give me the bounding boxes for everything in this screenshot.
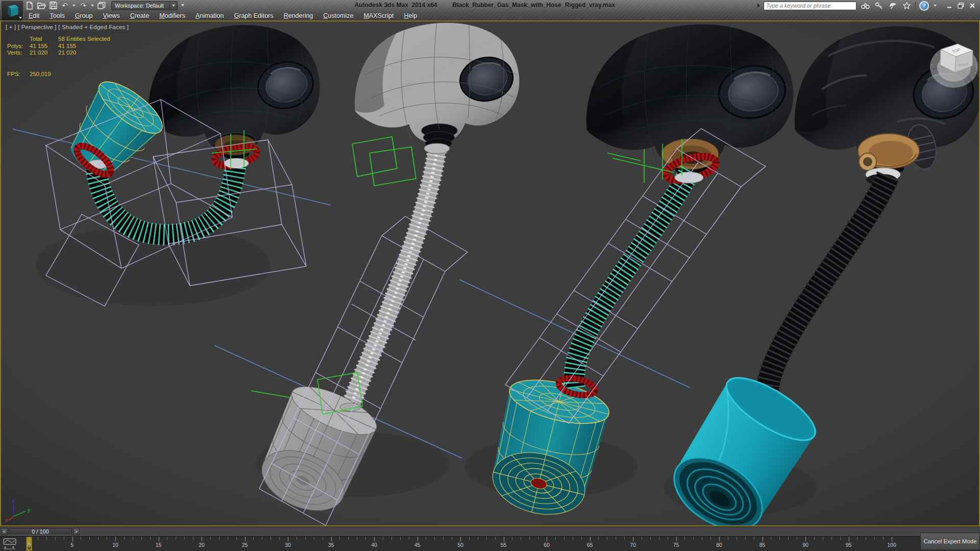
previous-frame-button[interactable]: < bbox=[1, 528, 8, 535]
search-binoculars-icon[interactable] bbox=[860, 1, 870, 10]
ruler-frame-label: 70 bbox=[630, 542, 636, 548]
ruler-tick bbox=[452, 537, 452, 540]
ruler-tick bbox=[754, 537, 754, 540]
stats-total-header: Total bbox=[30, 36, 58, 43]
new-scene-button[interactable] bbox=[24, 1, 35, 10]
minimize-button[interactable] bbox=[946, 3, 952, 9]
ruler-tick bbox=[771, 537, 771, 540]
menu-item-modifiers[interactable]: Modifiers bbox=[154, 12, 190, 19]
ruler-frame-label: 65 bbox=[587, 542, 593, 548]
ruler-tick bbox=[814, 537, 815, 540]
ruler-frame-label: 60 bbox=[544, 542, 550, 548]
ruler-tick bbox=[581, 537, 582, 540]
ruler-tick bbox=[607, 537, 607, 540]
ruler-tick bbox=[115, 537, 116, 541]
undo-history-caret[interactable] bbox=[72, 5, 76, 7]
file-title: Black_Rubber_Gas_Mask_with_Hose_Rigged_v… bbox=[453, 2, 616, 9]
communication-center-icon[interactable] bbox=[888, 1, 898, 10]
ruler-frame-label: 45 bbox=[414, 542, 421, 548]
track-bar-ruler[interactable]: 0 05101520253035404550556065707580859095… bbox=[0, 536, 980, 551]
ruler-tick bbox=[141, 537, 142, 540]
project-folder-button[interactable] bbox=[96, 1, 107, 10]
ruler-frame-label: 75 bbox=[673, 542, 679, 548]
ruler-tick bbox=[55, 537, 56, 540]
quick-access-toolbar: ↶ ↷ Workspace: Default Autodesk 3ds Max … bbox=[0, 0, 980, 11]
ruler-tick bbox=[840, 537, 841, 540]
workspace-dropdown-caret[interactable] bbox=[169, 2, 177, 10]
ruler-tick bbox=[124, 537, 125, 540]
help-dropdown-caret[interactable] bbox=[934, 5, 937, 7]
perspective-viewport[interactable]: TOP RIGHT z y x [ + ] [ Perspective ] [ … bbox=[0, 20, 980, 527]
ruler-tick bbox=[323, 537, 323, 540]
ruler-frame-label: 10 bbox=[112, 542, 118, 548]
ruler-tick bbox=[598, 537, 599, 540]
save-file-button[interactable] bbox=[48, 1, 58, 10]
time-slider-bar[interactable]: < 0 / 100 > bbox=[0, 527, 980, 536]
menu-item-animation[interactable]: Animation bbox=[190, 12, 229, 19]
ruler-tick bbox=[245, 537, 246, 541]
ruler-tick bbox=[676, 537, 677, 541]
toolbar-divider bbox=[915, 2, 916, 9]
ruler-tick bbox=[89, 537, 90, 540]
app-title: Autodesk 3ds Max 2014 x64 bbox=[354, 2, 437, 9]
ruler-frame-label: 25 bbox=[242, 542, 248, 548]
ruler-tick bbox=[693, 537, 694, 540]
ruler-frame-label: 50 bbox=[457, 542, 463, 548]
menu-item-create[interactable]: Create bbox=[125, 12, 155, 19]
ruler-tick bbox=[745, 537, 746, 540]
favorites-star-icon[interactable] bbox=[901, 1, 912, 10]
ruler-tick bbox=[788, 537, 789, 540]
workspace-dropdown[interactable]: Workspace: Default bbox=[111, 1, 178, 10]
ruler-tick bbox=[573, 537, 573, 540]
menu-item-customize[interactable]: Customize bbox=[318, 12, 358, 19]
menu-item-maxscript[interactable]: MAXScript bbox=[358, 12, 399, 19]
menu-item-edit[interactable]: Edit bbox=[23, 12, 45, 19]
viewport-label[interactable]: [ + ] [ Perspective ] [ Shaded + Edged F… bbox=[6, 24, 129, 30]
menu-item-help[interactable]: Help bbox=[399, 12, 422, 19]
ruler-tick bbox=[443, 537, 444, 540]
license-key-icon[interactable] bbox=[874, 1, 884, 10]
cancel-expert-mode-button[interactable]: Cancel Expert Mode bbox=[920, 533, 980, 550]
ruler-tick bbox=[228, 537, 228, 540]
stats-verts-row: Verts: 21 020 21 020 bbox=[7, 49, 110, 57]
ruler-tick bbox=[719, 537, 720, 541]
stats-polys-row: Polys: 41 155 41 155 bbox=[7, 43, 110, 50]
ruler-tick bbox=[668, 537, 668, 540]
search-input[interactable] bbox=[764, 2, 856, 10]
ruler-tick bbox=[805, 537, 806, 541]
menu-item-group[interactable]: Group bbox=[70, 12, 98, 19]
infocenter-collapse-arrow[interactable] bbox=[757, 4, 760, 8]
redo-history-caret[interactable] bbox=[91, 5, 94, 7]
next-frame-button[interactable]: > bbox=[73, 528, 80, 535]
ruler-tick bbox=[219, 537, 219, 540]
menu-item-rendering[interactable]: Rendering bbox=[279, 12, 318, 19]
ruler-tick bbox=[797, 537, 797, 540]
ruler-tick bbox=[564, 537, 565, 540]
ruler-tick bbox=[400, 537, 401, 540]
mini-curve-editor-button[interactable] bbox=[3, 538, 16, 549]
ruler-tick bbox=[555, 537, 556, 540]
ruler-tick bbox=[176, 537, 176, 540]
ruler-tick bbox=[159, 537, 159, 541]
open-file-button[interactable] bbox=[36, 1, 46, 10]
menu-item-graph-editors[interactable]: Graph Editors bbox=[229, 12, 278, 19]
menu-item-tools[interactable]: Tools bbox=[45, 12, 70, 19]
help-icon[interactable]: ? bbox=[919, 1, 929, 11]
toolbar-flyout-caret[interactable] bbox=[181, 4, 184, 7]
ruler-tick bbox=[210, 537, 211, 540]
redo-button[interactable]: ↷ bbox=[78, 1, 88, 10]
axis-y-label: y bbox=[28, 507, 31, 513]
viewport-canvas[interactable]: TOP RIGHT z y x bbox=[1, 21, 979, 525]
close-button[interactable] bbox=[969, 3, 975, 9]
menu-item-views[interactable]: Views bbox=[98, 12, 125, 19]
application-menu-button[interactable] bbox=[1, 1, 23, 21]
ruler-frame-label: 90 bbox=[802, 542, 808, 548]
time-slider-handle[interactable]: 0 / 100 bbox=[9, 528, 72, 535]
ruler-tick bbox=[98, 537, 99, 540]
ruler-tick bbox=[383, 537, 383, 540]
restore-button[interactable] bbox=[958, 3, 964, 9]
ruler-tick bbox=[357, 537, 357, 540]
undo-button[interactable]: ↶ bbox=[60, 1, 70, 10]
axis-x-label: x bbox=[5, 517, 8, 523]
ruler-tick bbox=[29, 537, 30, 541]
